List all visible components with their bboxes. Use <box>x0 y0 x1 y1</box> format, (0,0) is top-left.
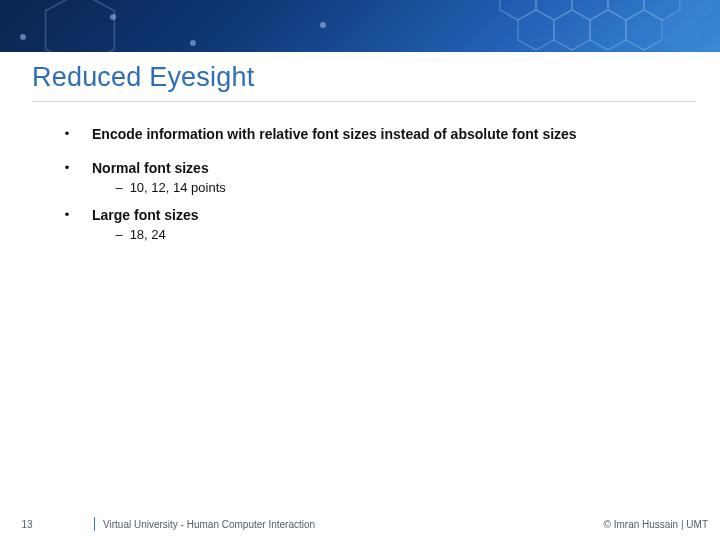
svg-marker-2 <box>536 0 572 20</box>
hex-decor-left <box>40 0 120 52</box>
sub-bullet-text: 10, 12, 14 points <box>130 180 226 195</box>
dash-marker: – <box>112 180 126 195</box>
svg-marker-4 <box>518 10 554 50</box>
svg-marker-5 <box>554 10 590 50</box>
svg-marker-6 <box>608 0 644 20</box>
title-underline <box>32 101 696 102</box>
sub-bullet-text: 18, 24 <box>130 227 166 242</box>
bullet-text: Encode information with relative font si… <box>92 126 577 142</box>
page-number: 13 <box>0 519 54 530</box>
svg-marker-0 <box>46 0 115 52</box>
bullet-text: Large font sizes <box>92 207 199 223</box>
decorative-banner <box>0 0 720 52</box>
bullet-text: Normal font sizes <box>92 160 209 176</box>
bullet-item: • Normal font sizes <box>60 160 690 176</box>
footer-divider <box>94 517 95 531</box>
bullet-marker: • <box>60 126 74 141</box>
bullet-item: • Large font sizes <box>60 207 690 223</box>
sub-bullet: – 10, 12, 14 points <box>112 180 690 195</box>
footer-credit: © Imran Hussain | UMT <box>604 519 720 530</box>
hex-decor-right <box>470 0 720 52</box>
svg-marker-9 <box>626 10 662 50</box>
svg-marker-1 <box>500 0 536 20</box>
svg-marker-8 <box>590 10 626 50</box>
slide-footer: 13 Virtual University - Human Computer I… <box>0 514 720 534</box>
title-block: Reduced Eyesight <box>32 62 696 102</box>
bullet-marker: • <box>60 160 74 175</box>
slide-body: • Encode information with relative font … <box>60 126 690 254</box>
svg-marker-3 <box>572 0 608 20</box>
bullet-item: • Encode information with relative font … <box>60 126 690 142</box>
slide-title: Reduced Eyesight <box>32 62 696 93</box>
dash-marker: – <box>112 227 126 242</box>
footer-course: Virtual University - Human Computer Inte… <box>103 519 315 530</box>
sub-bullet: – 18, 24 <box>112 227 690 242</box>
bullet-marker: • <box>60 207 74 222</box>
